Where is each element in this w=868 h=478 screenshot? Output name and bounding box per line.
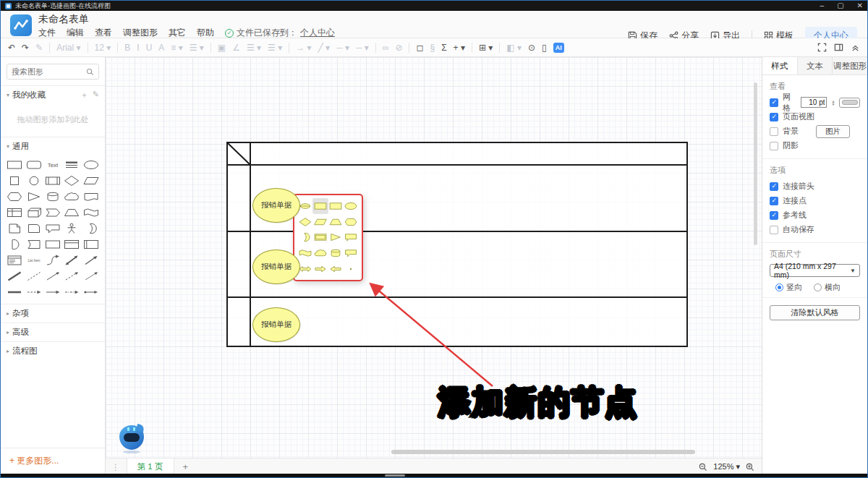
node-ellipse-2[interactable]: 报销单据 [252, 249, 300, 284]
landscape-radio[interactable]: 横向 [814, 282, 841, 293]
shape-ellipse[interactable] [82, 157, 101, 172]
shape-bold-hline[interactable] [5, 284, 24, 299]
shape-document[interactable] [5, 221, 24, 236]
menu-item-4[interactable]: 其它 [169, 27, 186, 39]
connector-select[interactable]: ╱ ▾ [318, 43, 331, 53]
shape-cloud[interactable] [62, 189, 81, 204]
line-start-select[interactable]: ─ ▾ [336, 43, 349, 53]
fill-color-button[interactable]: ▣ [218, 43, 226, 53]
popup-shape-cylinder[interactable] [328, 245, 344, 261]
redo-icon[interactable]: ↷ [22, 43, 29, 53]
section-advanced[interactable]: ▸ 高级 [1, 323, 105, 341]
view-item-0-checkbox[interactable] [770, 98, 778, 107]
shape-trapezoid[interactable] [62, 205, 81, 220]
shape-arrow-diag[interactable] [43, 268, 62, 283]
shape-half-circle[interactable] [5, 236, 24, 252]
popup-shape-rect[interactable] [312, 198, 328, 214]
shape-heading[interactable] [62, 157, 81, 172]
arrow-type-select[interactable]: → ▾ [296, 43, 311, 53]
fullscreen-icon[interactable] [817, 43, 827, 52]
favorites-section-header[interactable]: ▾ 我的收藏 ＋✎ [1, 85, 105, 104]
popup-shape-moon[interactable] [297, 230, 312, 246]
panel-toggle-icon[interactable] [834, 43, 843, 52]
add-page-button[interactable]: + [174, 461, 197, 472]
zoom-level-select[interactable]: 125% ▾ [713, 462, 740, 471]
shape-moon[interactable] [82, 221, 101, 236]
theme-select[interactable]: ◧ ▾ [506, 43, 522, 53]
shape-dash-diag[interactable] [24, 268, 43, 283]
shape-parallelogram[interactable] [82, 173, 101, 188]
tab-text[interactable]: 文本 [798, 57, 833, 74]
tab-style[interactable]: 样式 [762, 57, 798, 74]
attachment-icon[interactable]: § [430, 43, 435, 53]
favorites-dropzone[interactable]: 拖动图形添加到此处 [1, 104, 105, 137]
add-favorite-icon[interactable]: ＋ [80, 90, 88, 101]
formula-icon[interactable]: Σ [441, 43, 446, 53]
shape-wave[interactable] [82, 205, 101, 220]
shape-step-arrow[interactable] [43, 205, 62, 220]
node-ellipse-3[interactable]: 报销单据 [252, 307, 300, 342]
popup-shape-rect2[interactable] [328, 198, 344, 214]
shape-actor[interactable] [62, 221, 81, 236]
maximize-button[interactable]: ▢ [837, 2, 843, 9]
popup-shape-speech[interactable] [344, 245, 359, 261]
shape-note[interactable] [5, 252, 24, 268]
node-ellipse-1[interactable]: 报销单据 [252, 188, 300, 223]
minimize-button[interactable]: – [820, 2, 825, 9]
font-family-select[interactable]: Arial ▾ [56, 43, 80, 53]
page-size-select[interactable]: A4 (210 mm x 297 mm) ▼ [770, 264, 860, 277]
shape-window[interactable] [62, 236, 81, 252]
bold-button[interactable]: B [124, 43, 130, 53]
italic-button[interactable]: I [137, 43, 139, 53]
select-area-icon[interactable]: ◻ [416, 43, 423, 53]
canvas[interactable]: 添加新的节点 报销单据报销单据报销单据 [106, 57, 762, 458]
unlink-icon[interactable]: ⊘ [395, 43, 402, 53]
close-button[interactable]: ✕ [857, 2, 863, 9]
insert-select[interactable]: + ▾ [454, 43, 465, 53]
shape-square[interactable] [5, 173, 24, 188]
popup-shape-hexagon[interactable] [344, 214, 359, 230]
frame-icon[interactable]: ▯ [542, 43, 547, 53]
shape-rounded-rect[interactable] [24, 157, 43, 172]
shape-curve-arrow[interactable] [43, 252, 62, 268]
horizontal-scrollbar[interactable] [391, 450, 695, 454]
shape-circle[interactable] [24, 173, 43, 188]
line-end-select[interactable]: ─ ▾ [356, 43, 369, 53]
document-title[interactable]: 未命名表单 [38, 13, 89, 26]
shape-triangle[interactable] [24, 189, 43, 204]
popup-shape-dot[interactable] [344, 261, 359, 277]
shape-cube[interactable] [24, 205, 43, 220]
menu-item-0[interactable]: 文件 [38, 27, 56, 39]
menu-item-1[interactable]: 编辑 [67, 27, 84, 39]
menu-item-5[interactable]: 帮助 [197, 27, 214, 39]
shape-rect[interactable] [5, 157, 24, 172]
search-input[interactable] [12, 67, 86, 76]
general-section-header[interactable]: ▾ 通用 [1, 137, 105, 155]
shape-dashdot-harrow[interactable] [62, 284, 81, 299]
align-select[interactable]: ≡ ▾ [171, 43, 182, 53]
popup-shape-arrow-left[interactable] [328, 261, 344, 277]
zoom-out-icon[interactable] [699, 463, 707, 471]
view-item-1-checkbox[interactable] [770, 113, 778, 121]
shape-diamond[interactable] [62, 173, 81, 188]
shape-dash-arrow-diag[interactable] [62, 268, 81, 283]
grid-size-input[interactable] [801, 97, 827, 108]
clear-default-style-button[interactable]: 清除默认风格 [770, 305, 860, 320]
popup-shape-diamond[interactable] [297, 214, 312, 230]
link-icon[interactable]: ∞ [383, 43, 389, 53]
zoom-in-icon[interactable] [746, 463, 754, 471]
shape-text[interactable]: Text [43, 157, 62, 172]
line-width-select[interactable]: ☰ ▾ [268, 43, 282, 53]
option-item-1-checkbox[interactable] [770, 197, 778, 205]
page-tab-1[interactable]: 第 1 页 [127, 458, 174, 475]
list-select[interactable]: ☰ ▾ [190, 43, 204, 53]
shape-thin-arrow-diag[interactable] [82, 268, 101, 283]
undo-icon[interactable]: ↶ [8, 43, 15, 53]
option-item-3-checkbox[interactable] [770, 226, 778, 234]
ai-button[interactable]: AI [553, 43, 564, 53]
edit-favorite-icon[interactable]: ✎ [93, 90, 99, 101]
option-item-2-checkbox[interactable] [770, 211, 778, 220]
tab-adjust-shape[interactable]: 调整图形 [833, 57, 867, 74]
shape-cylinder[interactable] [43, 189, 62, 204]
shape-thick-diag[interactable] [5, 268, 24, 283]
